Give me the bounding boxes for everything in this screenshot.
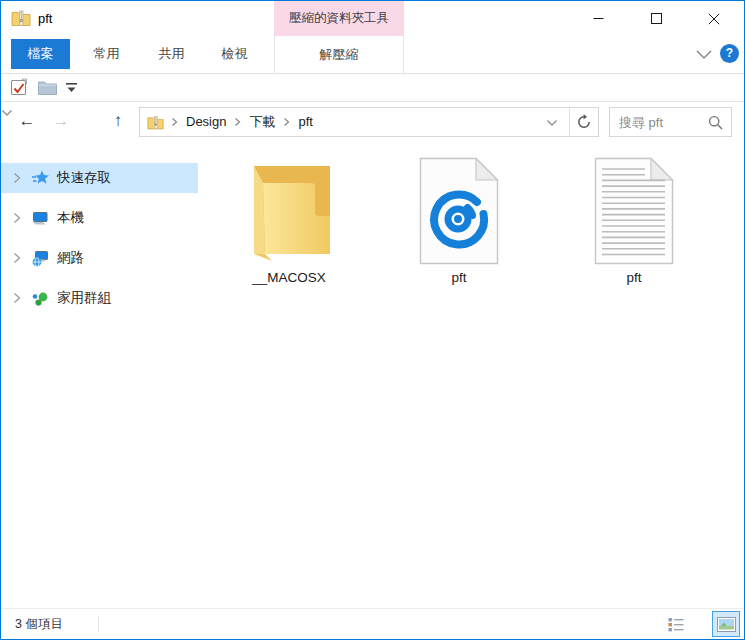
folder-icon — [241, 157, 338, 265]
disc-image-file-icon — [419, 157, 499, 265]
search-input[interactable] — [610, 108, 706, 136]
minimize-icon — [593, 13, 604, 24]
close-button[interactable] — [691, 1, 737, 36]
tab-share[interactable]: 共用 — [145, 39, 198, 69]
recent-locations-icon[interactable] — [1, 109, 13, 117]
status-bar: 3 個項目 — [1, 608, 744, 639]
expand-chevron-icon[interactable] — [13, 172, 21, 184]
item-count: 3 個項目 — [15, 609, 63, 639]
title-bar: pft 壓縮的資料夾工具 — [1, 1, 744, 36]
forward-button[interactable]: → — [48, 103, 74, 141]
navigation-pane: 快速存取 本機 網路 — [1, 141, 201, 609]
breadcrumb-chevron-icon[interactable] — [234, 117, 241, 127]
file-list: __MACOSX pft — [201, 141, 745, 609]
sidebar-item-this-pc[interactable]: 本機 — [1, 203, 198, 233]
document-file-icon — [594, 157, 674, 265]
quick-access-star-icon — [31, 169, 50, 188]
file-label: pft — [384, 270, 534, 285]
tab-extract[interactable]: 解壓縮 — [274, 36, 404, 73]
file-tile-pft-disc[interactable]: pft — [384, 157, 534, 285]
breadcrumb-item-design[interactable]: Design — [179, 108, 233, 136]
help-button[interactable]: ? — [720, 44, 739, 63]
quick-access-toolbar — [1, 75, 744, 102]
close-icon — [708, 13, 720, 25]
ribbon-tab-row: 檔案 常用 共用 檢視 解壓縮 ? — [1, 36, 744, 74]
contextual-tab-group[interactable]: 壓縮的資料夾工具 — [274, 1, 404, 36]
sidebar-item-label: 快速存取 — [57, 169, 111, 187]
refresh-button[interactable] — [569, 108, 598, 136]
details-view-button[interactable] — [662, 611, 690, 637]
zip-folder-icon — [11, 8, 31, 28]
maximize-button[interactable] — [633, 1, 679, 36]
up-button[interactable]: ↑ — [105, 103, 131, 141]
breadcrumb: Design 下載 pft — [170, 108, 320, 136]
sidebar-item-label: 本機 — [57, 209, 84, 227]
tab-home[interactable]: 常用 — [80, 39, 133, 69]
breadcrumb-item-pft[interactable]: pft — [291, 108, 319, 136]
large-icons-view-icon — [717, 617, 736, 632]
tab-file[interactable]: 檔案 — [11, 39, 70, 69]
expand-chevron-icon[interactable] — [13, 292, 21, 304]
navigation-bar: ← → ↑ Design 下載 pft — [1, 103, 744, 141]
address-bar[interactable]: Design 下載 pft — [139, 107, 599, 137]
search-box — [609, 107, 732, 137]
properties-checkbox-icon[interactable] — [9, 77, 30, 98]
this-pc-icon — [31, 209, 50, 228]
expand-chevron-icon[interactable] — [13, 252, 21, 264]
breadcrumb-item-downloads[interactable]: 下載 — [242, 108, 282, 136]
search-icon[interactable] — [708, 115, 723, 130]
zip-folder-icon — [147, 114, 164, 131]
breadcrumb-chevron-icon[interactable] — [283, 117, 290, 127]
sidebar-item-label: 網路 — [57, 249, 84, 267]
window-title: pft — [38, 1, 52, 36]
address-dropdown-icon[interactable] — [546, 119, 558, 127]
sidebar-item-network[interactable]: 網路 — [1, 243, 198, 273]
main-area: 快速存取 本機 網路 — [1, 141, 744, 609]
collapse-ribbon-icon[interactable] — [695, 49, 713, 61]
file-tile-macosx[interactable]: __MACOSX — [214, 157, 364, 285]
refresh-icon — [576, 114, 592, 130]
status-divider — [98, 616, 99, 632]
file-label: pft — [559, 270, 709, 285]
network-icon — [31, 249, 50, 268]
file-tile-pft-doc[interactable]: pft — [559, 157, 709, 285]
sidebar-item-homegroup[interactable]: 家用群組 — [1, 283, 198, 313]
explorer-window: pft 壓縮的資料夾工具 檔案 常用 共用 檢視 解壓縮 ? — [0, 0, 745, 640]
details-view-icon — [668, 617, 684, 632]
homegroup-icon — [31, 289, 50, 308]
breadcrumb-chevron-icon[interactable] — [171, 117, 178, 127]
sidebar-item-label: 家用群組 — [57, 289, 111, 307]
large-icons-view-button[interactable] — [712, 611, 740, 637]
tab-view[interactable]: 檢視 — [209, 39, 260, 69]
customize-toolbar-icon[interactable] — [65, 82, 78, 94]
expand-chevron-icon[interactable] — [13, 212, 21, 224]
new-folder-icon[interactable] — [37, 79, 58, 96]
minimize-button[interactable] — [575, 1, 621, 36]
back-button[interactable]: ← — [14, 103, 40, 141]
sidebar-item-quick-access[interactable]: 快速存取 — [1, 163, 198, 193]
maximize-icon — [651, 13, 662, 24]
file-label: __MACOSX — [214, 270, 364, 285]
